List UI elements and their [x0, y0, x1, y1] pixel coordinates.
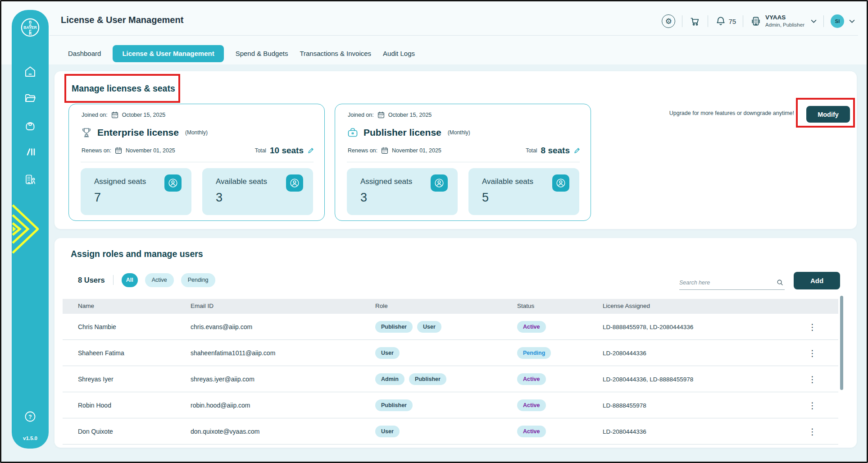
kebab-menu-icon[interactable]: ⋮ — [808, 322, 817, 331]
search-input[interactable] — [679, 276, 772, 289]
renews-label: Renews on: — [348, 147, 377, 154]
user-circle-icon — [431, 174, 448, 192]
gear-icon[interactable]: ⚙ — [662, 14, 675, 28]
column-header: Status — [517, 303, 534, 309]
folder-icon[interactable] — [24, 92, 36, 105]
license-card: Joined on: October 15, 2025 Publisher li… — [335, 104, 591, 221]
org-selector[interactable]: VYAAS Admin, Publisher — [750, 14, 817, 28]
tab-bar: DashboardLicense & User ManagementSpend … — [68, 45, 415, 62]
user-email: robin.hood@aiip.com — [191, 402, 250, 409]
header-divider — [50, 35, 858, 36]
notification-count: 75 — [728, 18, 736, 25]
renews-date: November 01, 2025 — [392, 147, 441, 154]
cart-icon[interactable] — [689, 15, 701, 27]
bag-icon[interactable] — [24, 119, 36, 132]
users-toolbar: 8 Users AllActivePending — [78, 272, 215, 288]
role-pill: Publisher — [409, 373, 446, 385]
kebab-menu-icon[interactable]: ⋮ — [808, 401, 817, 409]
user-status: Active — [517, 373, 546, 385]
user-email: chris.evans@aiip.com — [191, 323, 252, 330]
status-badge: Pending — [517, 347, 551, 359]
column-header: License Assigned — [603, 303, 650, 309]
role-pill: Publisher — [375, 321, 413, 333]
notifications-button[interactable]: 75 — [715, 15, 736, 27]
table-body: Chris Nambie chris.evans@aiip.com Publis… — [63, 314, 838, 445]
edit-seats-icon[interactable] — [573, 147, 581, 154]
help-icon[interactable]: ? — [24, 410, 36, 423]
tab[interactable]: License & User Management — [113, 45, 223, 62]
total-label: Total — [526, 147, 537, 154]
user-roles: PublisherUser — [375, 321, 441, 333]
annotation-box-modify: Modify — [796, 98, 855, 128]
user-roles: AdminPublisher — [375, 373, 446, 385]
role-pill: User — [417, 321, 441, 333]
header-separator — [682, 15, 682, 27]
user-circle-icon — [552, 174, 569, 192]
library-icon[interactable] — [24, 146, 36, 158]
filter-pill[interactable]: All — [122, 273, 138, 287]
available-seats-label: Available seats — [482, 177, 533, 186]
user-status: Active — [517, 321, 546, 333]
available-seats-box: Available seats 5 — [468, 168, 579, 215]
table-row: Robin Hood robin.hood@aiip.com Publisher… — [63, 392, 838, 418]
users-section: Assign roles and manage users 8 Users Al… — [55, 238, 857, 448]
status-badge: Active — [517, 373, 546, 385]
user-status: Active — [517, 399, 546, 411]
search-field — [679, 276, 785, 290]
license-divider — [347, 162, 580, 162]
kebab-menu-icon[interactable]: ⋮ — [808, 348, 817, 357]
status-badge: Active — [517, 426, 546, 437]
organization-icon[interactable] — [24, 173, 36, 186]
license-card: Joined on: October 15, 2025 Enterprise l… — [68, 104, 325, 221]
kebab-menu-icon[interactable]: ⋮ — [808, 427, 817, 435]
tab-label: License & User Management — [122, 50, 214, 57]
screen: BAYER B A E R — [0, 0, 868, 463]
users-count: 8 Users — [78, 276, 105, 284]
edit-seats-icon[interactable] — [307, 147, 314, 154]
role-pill: Publisher — [375, 399, 413, 411]
header-separator — [743, 15, 743, 27]
calendar-icon — [115, 147, 122, 154]
license-title-row: Enterprise license (Monthly) — [81, 127, 208, 138]
table-row: Shreyas Iyer shreyas.iyer@aiip.com Admin… — [63, 366, 838, 392]
table-row: Don Quixote don.quixote@vyaas.com User A… — [63, 418, 838, 445]
user-email: shreyas.iyer@aiip.com — [191, 376, 254, 383]
renews-date: November 01, 2025 — [126, 147, 175, 154]
home-icon[interactable] — [24, 65, 36, 78]
tab[interactable]: Dashboard — [68, 45, 101, 62]
column-header: Email ID — [191, 303, 214, 309]
calendar-icon — [377, 111, 385, 119]
status-badge: Active — [517, 321, 546, 333]
joined-date: October 15, 2025 — [388, 112, 432, 118]
filter-pill[interactable]: Active — [145, 273, 174, 287]
tab-label: Transactions & Invoices — [300, 50, 371, 57]
available-seats-box: Available seats 3 — [202, 168, 313, 215]
tab[interactable]: Transactions & Invoices — [300, 45, 371, 62]
tab[interactable]: Audit Logs — [383, 45, 415, 62]
org-name: VYAAS — [765, 14, 804, 22]
user-circle-icon — [164, 174, 182, 192]
kebab-menu-icon[interactable]: ⋮ — [808, 375, 817, 383]
search-icon[interactable] — [777, 279, 783, 286]
add-user-button[interactable]: Add — [794, 272, 840, 289]
assigned-seats-box: Assigned seats 7 — [81, 168, 191, 215]
tab-label: Spend & Budgets — [236, 50, 288, 57]
calendar-icon — [381, 147, 388, 154]
user-menu[interactable]: SI — [831, 14, 855, 28]
svg-text:A: A — [29, 23, 32, 28]
user-roles: User — [375, 426, 400, 437]
user-licenses: LD-8888455978, LD-2080444336 — [603, 323, 693, 330]
assigned-seats-label: Assigned seats — [94, 177, 146, 186]
column-header: Role — [375, 303, 388, 309]
billing-cycle: (Monthly) — [448, 129, 470, 136]
toolbar-separator — [113, 275, 114, 285]
modify-button[interactable]: Modify — [806, 106, 850, 123]
total-seats: 10 seats — [270, 146, 304, 156]
filter-pill[interactable]: Pending — [181, 273, 215, 287]
tab-label: Dashboard — [68, 50, 101, 57]
table-scrollbar[interactable] — [840, 296, 843, 390]
tab[interactable]: Spend & Budgets — [236, 45, 288, 62]
header-separator — [708, 15, 708, 27]
status-badge: Active — [517, 399, 546, 411]
header-separator — [823, 15, 824, 27]
